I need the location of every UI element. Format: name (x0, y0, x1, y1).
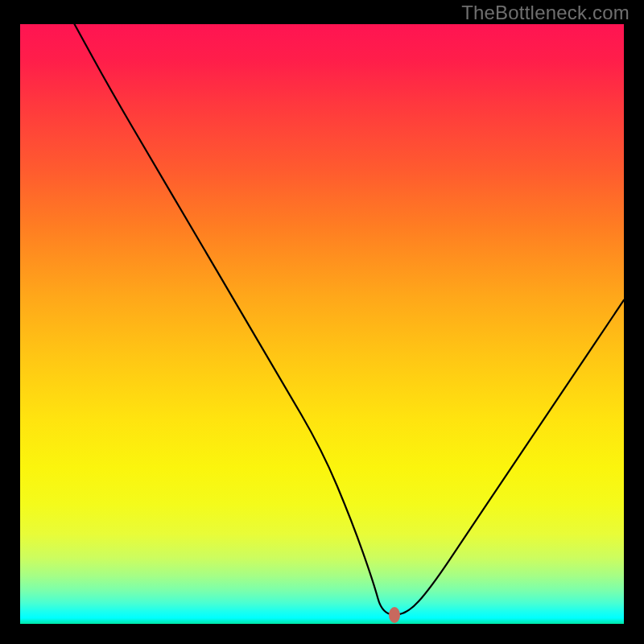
optimal-point-marker (389, 607, 400, 623)
plot-area (20, 24, 624, 624)
watermark-text: TheBottleneck.com (461, 2, 630, 24)
bottleneck-curve (20, 24, 624, 624)
curve-path (75, 24, 625, 615)
chart-frame: TheBottleneck.com (0, 0, 644, 644)
